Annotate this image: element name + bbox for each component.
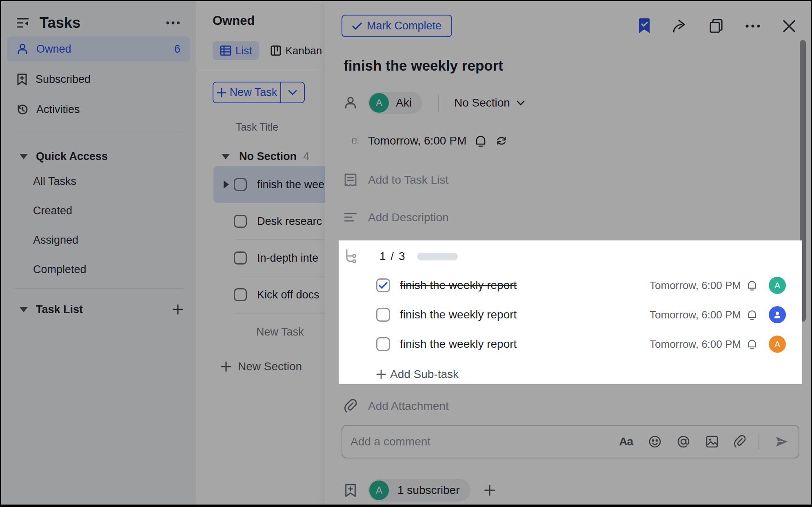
subscribed-bookmark-icon[interactable] [638, 18, 651, 34]
avatar: A [769, 336, 786, 353]
close-icon[interactable] [782, 19, 796, 33]
new-task-label: New Task [230, 86, 277, 99]
sidebar-item-owned[interactable]: Owned 6 [7, 36, 190, 62]
task-title: Desk researc [257, 215, 322, 228]
sidebar-item-subscribed[interactable]: Subscribed [7, 67, 190, 92]
sidebar-item-label: Subscribed [35, 73, 91, 86]
new-section-label: New Section [238, 360, 302, 373]
sidebar-item-created[interactable]: Created [7, 196, 190, 225]
sidebar-header: Tasks [17, 14, 180, 31]
sidebar-item-label: Owned [36, 43, 71, 56]
new-task-inline-row[interactable]: New Task [213, 313, 325, 351]
section-label: Task List [36, 303, 83, 316]
group-count: 4 [303, 150, 309, 163]
more-icon[interactable] [745, 24, 761, 28]
add-description-row[interactable]: Add Description [344, 209, 811, 226]
expand-subtasks-icon[interactable] [222, 180, 231, 189]
subtask-row[interactable]: finish the weekly report Tomorrow, 6:00 … [344, 336, 802, 352]
sidebar-item-completed[interactable]: Completed [7, 255, 190, 284]
group-header-no-section[interactable]: No Section 4 [213, 150, 325, 163]
subtask-row[interactable]: finish the weekly report Tomorrow, 6:00 … [344, 277, 802, 294]
subtask-title: finish the weekly report [400, 308, 517, 321]
subtask-title: finish the weekly report [400, 338, 517, 351]
tab-kanban[interactable]: Kanban [263, 41, 325, 60]
task-row-selected[interactable]: finish the wee [213, 166, 325, 203]
subtask-row[interactable]: finish the weekly report Tomorrow, 6:00 … [344, 307, 802, 323]
attach-file-icon[interactable] [734, 435, 745, 448]
history-icon [17, 104, 28, 115]
sidebar-more-icon[interactable] [166, 21, 180, 25]
task-checkbox[interactable] [234, 178, 247, 191]
sidebar-divider [14, 288, 184, 289]
task-checkbox[interactable] [234, 215, 247, 228]
subscriber-chip[interactable]: A 1 subscriber [368, 479, 470, 502]
mark-complete-label: Mark Complete [367, 20, 441, 32]
task-list-header[interactable]: Task List [7, 299, 190, 320]
new-task-split-button: New Task [213, 82, 305, 103]
section-selector[interactable]: No Section [454, 96, 525, 109]
new-task-dropdown-button[interactable] [281, 82, 304, 102]
due-date-value: Tomorrow, 6:00 PM [368, 134, 466, 147]
app-window: Tasks Owned 6 [0, 0, 812, 507]
task-list-column: Owned List Kanban [196, 1, 325, 505]
task-row[interactable]: In-depth inte [213, 240, 325, 276]
sidebar: Tasks Owned 6 [1, 1, 196, 505]
tab-list[interactable]: List [213, 41, 259, 60]
due-date-row[interactable]: Tomorrow, 6:00 PM [344, 133, 811, 149]
avatar: A [369, 480, 389, 500]
subtask-due: Tomorrow, 6:00 PM [650, 279, 741, 292]
tab-label: List [235, 44, 252, 57]
task-row[interactable]: Desk researc [213, 203, 325, 240]
add-task-list-icon[interactable] [172, 304, 184, 315]
chevron-down-icon [222, 154, 230, 159]
add-description-label: Add Description [368, 211, 449, 224]
task-title: finish the weekly report [344, 58, 811, 74]
add-attachment-row[interactable]: Add Attachment [344, 398, 811, 414]
comment-input[interactable]: Add a comment Aa [342, 425, 799, 458]
subtask-checkbox-checked[interactable] [376, 278, 390, 292]
copy-icon[interactable] [709, 18, 723, 34]
text-format-icon[interactable]: Aa [619, 435, 633, 448]
sidebar-item-activities[interactable]: Activities [7, 97, 190, 122]
assignee-chip[interactable]: A Aki [368, 92, 422, 114]
collapse-sidebar-icon[interactable] [17, 18, 29, 28]
task-title: In-depth inte [257, 252, 318, 265]
paperclip-icon [344, 399, 357, 413]
quick-access-header[interactable]: Quick Access [7, 146, 190, 167]
image-icon[interactable] [706, 435, 719, 448]
new-task-button[interactable]: New Task [213, 82, 281, 102]
task-checkbox[interactable] [234, 288, 247, 301]
person-icon [344, 96, 357, 109]
task-title: Kick off docs [257, 289, 319, 301]
chevron-down-icon [20, 307, 28, 312]
add-to-task-list-row[interactable]: Add to Task List [344, 172, 811, 188]
assignee-row: A Aki No Section [344, 92, 811, 114]
detail-header: Mark Complete [325, 1, 811, 37]
send-icon[interactable] [775, 436, 789, 448]
subtask-checkbox[interactable] [376, 337, 390, 351]
sidebar-item-assigned[interactable]: Assigned [7, 225, 190, 255]
task-title: finish the wee [257, 178, 324, 191]
view-title: Owned [213, 13, 325, 28]
emoji-icon[interactable] [648, 435, 661, 448]
task-checkbox[interactable] [234, 251, 247, 265]
sidebar-divider [14, 132, 184, 132]
view-tabs: List Kanban [213, 41, 325, 60]
task-list-icon [344, 173, 357, 187]
divider [759, 434, 759, 450]
add-subtask-button[interactable]: Add Sub-task [344, 368, 802, 381]
mention-icon[interactable] [677, 435, 690, 448]
new-section-button[interactable]: New Section [213, 352, 325, 381]
avatar: A [369, 93, 389, 113]
sidebar-item-all-tasks[interactable]: All Tasks [7, 167, 190, 196]
add-subscriber-button[interactable] [484, 484, 496, 496]
comment-placeholder: Add a comment [351, 435, 430, 448]
assignee-name: Aki [396, 96, 412, 109]
avatar: A [769, 277, 786, 294]
task-row[interactable]: Kick off docs [213, 276, 325, 313]
subscriber-count-label: 1 subscriber [397, 484, 460, 497]
mark-complete-button[interactable]: Mark Complete [342, 15, 452, 37]
subtask-due: Tomorrow, 6:00 PM [650, 338, 741, 351]
share-icon[interactable] [672, 19, 688, 33]
subtask-checkbox[interactable] [376, 308, 390, 322]
